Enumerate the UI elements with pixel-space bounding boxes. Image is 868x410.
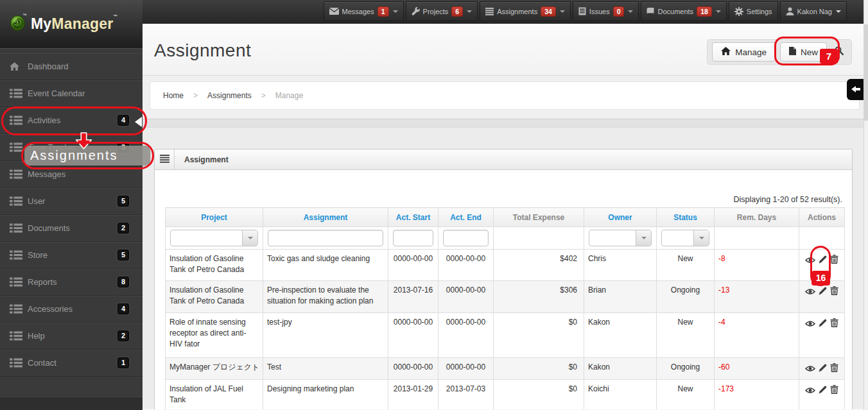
nav-kakon-nag[interactable]: Kakon Nag bbox=[780, 1, 847, 21]
nav-settings[interactable]: Settings bbox=[729, 1, 778, 21]
filter-assignment-input[interactable] bbox=[268, 230, 383, 246]
sidebar-count-badge: 5 bbox=[117, 196, 129, 207]
edit-icon[interactable] bbox=[819, 364, 827, 372]
nav-documents[interactable]: Documents18 bbox=[641, 1, 726, 21]
cell-project: Insulation of Gasoline Tank of Petro Can… bbox=[166, 250, 263, 281]
cell-owner: Koichi bbox=[584, 380, 657, 410]
cell-act-end: 0000-00-00 bbox=[438, 250, 494, 281]
cell-assignment: test-jpy bbox=[263, 313, 388, 358]
annotation-oval-activities bbox=[1, 107, 147, 135]
cell-rem-days: -4 bbox=[715, 313, 799, 358]
panel-menu-button[interactable] bbox=[155, 149, 175, 169]
breadcrumb-home[interactable]: Home bbox=[163, 91, 184, 100]
sidebar-count-badge: 8 bbox=[117, 277, 129, 287]
sidebar-item-dashboard[interactable]: Dashboard bbox=[0, 53, 143, 80]
nav-count-badge: 34 bbox=[541, 6, 556, 17]
main-content: Assignment Manage New Home>Assignments>M… bbox=[143, 24, 864, 410]
sidebar-footer bbox=[0, 398, 143, 410]
list-icon bbox=[10, 89, 22, 98]
cell-status: New bbox=[657, 313, 715, 358]
cell-project: Insulation of Gasoline Tank of Petro Can… bbox=[166, 281, 263, 313]
chevron-down-icon bbox=[467, 10, 472, 13]
breadcrumb-manage: Manage bbox=[275, 91, 303, 100]
sidebar-item-label: Contact bbox=[28, 358, 56, 368]
cell-act-start: 2013-01-29 bbox=[388, 380, 438, 410]
filter-act-start-input[interactable] bbox=[393, 230, 433, 246]
list-icon bbox=[10, 304, 22, 314]
sidebar-item-documents[interactable]: Documents2 bbox=[0, 215, 143, 242]
chevron-down-icon bbox=[393, 10, 398, 13]
delete-icon[interactable] bbox=[830, 255, 838, 264]
sidebar-item-help[interactable]: Help2 bbox=[0, 323, 143, 350]
column-header-act-start[interactable]: Act. Start bbox=[388, 208, 438, 227]
arrow-left-icon bbox=[851, 84, 860, 96]
list-icon bbox=[10, 169, 22, 179]
sidebar-count-badge: 2 bbox=[117, 223, 129, 234]
column-header-act-end[interactable]: Act. End bbox=[438, 208, 494, 227]
cell-status: Ongoing bbox=[657, 358, 715, 380]
wrench-icon bbox=[412, 7, 420, 15]
svg-text:™: ™ bbox=[22, 13, 27, 17]
view-icon[interactable] bbox=[805, 365, 815, 372]
scrollbar[interactable] bbox=[864, 0, 868, 410]
sidebar-item-label: Help bbox=[28, 331, 45, 341]
brand-logo[interactable]: ™ MyManager™ bbox=[0, 0, 143, 47]
cell-assignment: Test bbox=[263, 358, 388, 380]
column-header-owner[interactable]: Owner bbox=[584, 208, 657, 227]
edit-icon[interactable] bbox=[819, 319, 827, 327]
view-icon[interactable] bbox=[805, 387, 815, 394]
filter-project-select[interactable] bbox=[170, 230, 258, 246]
nav-projects[interactable]: Projects6 bbox=[406, 1, 478, 21]
sidebar-item-label: Store bbox=[28, 250, 48, 260]
sidebar-item-contact[interactable]: Contact1 bbox=[0, 350, 143, 377]
delete-icon[interactable] bbox=[830, 286, 838, 295]
nav-label: Messages bbox=[342, 8, 374, 15]
nav-label: Kakon Nag bbox=[797, 8, 832, 15]
edit-icon[interactable] bbox=[819, 287, 827, 295]
nav-label: Projects bbox=[423, 8, 449, 15]
sidebar-item-label: User bbox=[28, 196, 45, 206]
scrollbar-thumb[interactable] bbox=[864, 24, 868, 121]
nav-count-badge: 0 bbox=[613, 6, 625, 17]
table-row: Insulation of Gasoline Tank of Petro Can… bbox=[166, 250, 845, 281]
column-header-status[interactable]: Status bbox=[657, 208, 715, 227]
delete-icon[interactable] bbox=[830, 385, 838, 394]
sidebar-count-badge: 4 bbox=[117, 303, 129, 314]
nav-assignments[interactable]: Assignments34 bbox=[480, 1, 571, 21]
sidebar-item-reports[interactable]: Reports8 bbox=[0, 269, 143, 296]
filter-status-select[interactable] bbox=[661, 230, 709, 246]
cell-actions bbox=[799, 380, 845, 410]
manage-button[interactable]: Manage bbox=[712, 42, 776, 62]
delete-icon[interactable] bbox=[830, 363, 838, 372]
panel-title: Assignment bbox=[175, 149, 229, 169]
annotation-oval-tooltip bbox=[21, 142, 154, 169]
home-icon bbox=[721, 47, 731, 57]
doc-icon bbox=[578, 7, 586, 15]
cell-total-expense: $0 bbox=[494, 380, 584, 410]
cell-act-start: 0000-00-00 bbox=[388, 358, 438, 380]
cell-rem-days: -13 bbox=[715, 281, 799, 313]
sidebar-item-event-calendar[interactable]: Event Calendar bbox=[0, 80, 143, 107]
edit-icon[interactable] bbox=[819, 386, 827, 394]
column-header-project[interactable]: Project bbox=[166, 208, 263, 227]
sidebar-item-user[interactable]: User5 bbox=[0, 188, 143, 215]
cell-status: Ongoing bbox=[657, 281, 715, 313]
breadcrumb-assignments[interactable]: Assignments bbox=[207, 91, 252, 100]
filter-owner-select[interactable] bbox=[589, 230, 652, 246]
cell-act-start: 0000-00-00 bbox=[388, 313, 438, 358]
user-icon bbox=[786, 7, 794, 15]
sidebar-item-store[interactable]: Store5 bbox=[0, 242, 143, 269]
column-header-assignment[interactable]: Assignment bbox=[263, 208, 388, 227]
table-row: MyManager プロジェクトTest0000-00-000000-00-00… bbox=[166, 358, 845, 380]
nav-issues[interactable]: Issues0 bbox=[573, 1, 639, 21]
envelope-icon bbox=[329, 8, 339, 15]
sidebar-item-accessories[interactable]: Accessories4 bbox=[0, 296, 143, 323]
collapse-arrow-button[interactable] bbox=[847, 79, 864, 100]
nav-messages[interactable]: Messages1 bbox=[324, 1, 404, 21]
filter-act-end-input[interactable] bbox=[443, 230, 489, 246]
delete-icon[interactable] bbox=[830, 318, 838, 327]
cell-actions bbox=[799, 358, 845, 380]
table-row: Role of innate sensing receptor as direc… bbox=[166, 313, 845, 358]
view-icon[interactable] bbox=[805, 288, 815, 295]
view-icon[interactable] bbox=[805, 320, 815, 327]
